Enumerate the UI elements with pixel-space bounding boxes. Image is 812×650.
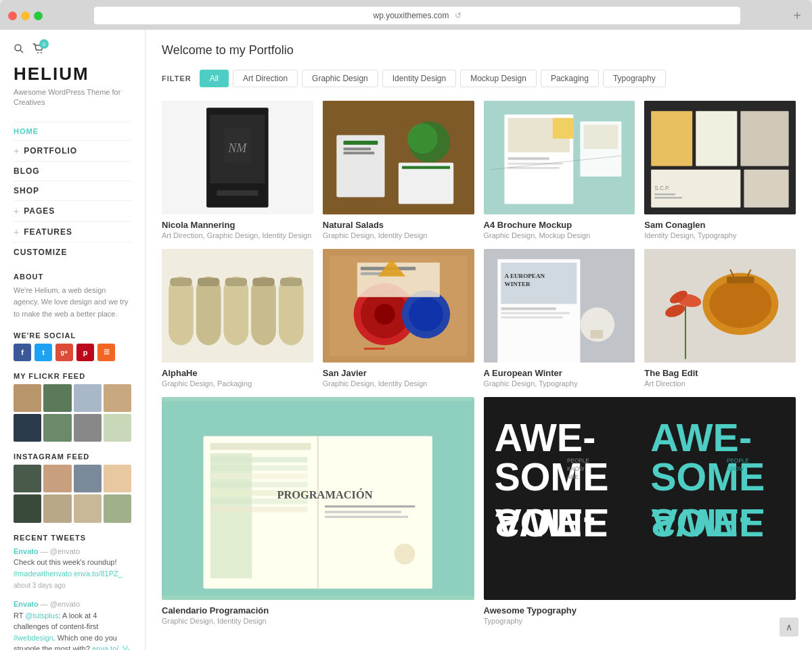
portfolio-thumb-9: PROGRAMACIÓN (162, 397, 474, 600)
svg-rect-18 (402, 166, 450, 169)
facebook-button[interactable]: f (14, 344, 31, 361)
refresh-icon[interactable]: ↺ (455, 11, 461, 20)
svg-rect-48 (280, 278, 302, 286)
twitter-button[interactable]: t (35, 344, 52, 361)
portfolio-item-9[interactable]: PROGRAMACIÓN Calendario Programación Gra… (162, 397, 474, 625)
sidebar-item-home[interactable]: HOME (14, 122, 131, 140)
svg-rect-45 (198, 278, 220, 286)
svg-rect-27 (583, 125, 618, 149)
portfolio-cats-1: Art Direction, Graphic Design, Identity … (162, 231, 313, 239)
portfolio-thumb-3 (484, 101, 635, 214)
filter-label: FILTER (162, 74, 191, 83)
svg-rect-37 (655, 197, 683, 198)
svg-rect-23 (508, 157, 549, 160)
portfolio-item-2[interactable]: Natural Salads Graphic Design, Identity … (323, 101, 474, 239)
browser-chrome: wp.youxithemes.com ↺ + (0, 0, 812, 30)
tweets-section-title: RECENT TWEETS (14, 534, 131, 542)
sidebar-item-blog[interactable]: BLOG (14, 161, 131, 181)
sidebar-item-customize[interactable]: CUSTOMIZE (14, 242, 131, 262)
svg-point-0 (15, 45, 21, 51)
instagram-thumb-3[interactable] (74, 465, 102, 492)
portfolio-title-6: San Javier (323, 368, 474, 378)
pinterest-button[interactable]: p (76, 344, 94, 361)
portfolio-item-5[interactable]: AlphaHe Graphic Design, Packaging (162, 249, 313, 388)
svg-rect-98 (325, 515, 408, 517)
instagram-thumb-4[interactable] (104, 465, 131, 492)
portfolio-cats-6: Graphic Design, Identity Design (323, 379, 474, 388)
filter-art-direction[interactable]: Art Direction (233, 70, 298, 87)
flickr-thumb-4[interactable] (104, 384, 131, 412)
svg-text:PROGRAMACIÓN: PROGRAMACIÓN (277, 488, 372, 501)
portfolio-item-6[interactable]: San Javier Graphic Design, Identity Desi… (323, 249, 474, 388)
portfolio-item-3[interactable]: A4 Brochure Mockup Graphic Design, Mocku… (484, 101, 635, 239)
instagram-thumb-5[interactable] (14, 494, 41, 522)
filter-all[interactable]: All (200, 70, 229, 87)
social-section-title: WE'RE SOCIAL (14, 331, 131, 340)
portfolio-title-8: The Bag Edit (644, 368, 796, 378)
instagram-thumb-7[interactable] (74, 494, 102, 522)
portfolio-title-1: Nicola Mannering (162, 220, 313, 230)
instagram-thumb-2[interactable] (43, 465, 71, 492)
filter-typography[interactable]: Typography (603, 70, 666, 87)
portfolio-cats-4: Identity Design, Typography (644, 231, 796, 239)
svg-rect-40 (196, 276, 221, 345)
svg-rect-32 (741, 111, 789, 166)
svg-rect-96 (325, 505, 415, 507)
sidebar-item-portfolio[interactable]: + PORTFOLIO (14, 140, 131, 161)
filter-graphic-design[interactable]: Graphic Design (302, 70, 378, 87)
portfolio-cats-8: Art Direction (644, 379, 796, 388)
flickr-thumb-3[interactable] (74, 384, 102, 412)
flickr-section-title: MY FLICKR FEED (14, 372, 131, 380)
svg-point-2 (37, 52, 39, 53)
googleplus-button[interactable]: g+ (55, 344, 73, 361)
cart-wrapper[interactable]: 0 (32, 43, 45, 57)
address-bar[interactable]: wp.youxithemes.com ↺ (94, 7, 740, 24)
scroll-top-button[interactable]: ∧ (780, 618, 798, 636)
new-tab-button[interactable]: + (781, 8, 801, 24)
filter-mockup-design[interactable]: Mockup Design (460, 70, 537, 87)
portfolio-cats-2: Graphic Design, Identity Design (323, 231, 474, 239)
portfolio-title-9: Calendario Programación (162, 605, 474, 616)
flickr-thumb-5[interactable] (14, 414, 41, 442)
svg-rect-13 (343, 147, 371, 150)
portfolio-thumb-1: NM (162, 101, 313, 214)
flickr-thumb-6[interactable] (43, 414, 71, 442)
svg-rect-94 (210, 507, 308, 512)
portfolio-item-10[interactable]: AWE- SOME SOME AWE- PEOPLE KNOW ARE AWE-… (484, 397, 796, 625)
sidebar-item-pages[interactable]: + PAGES (14, 200, 131, 221)
svg-rect-43 (279, 276, 304, 345)
filter-bar: FILTER All Art Direction Graphic Design … (162, 70, 796, 87)
instagram-thumb-6[interactable] (43, 494, 71, 522)
svg-rect-41 (224, 276, 249, 345)
flickr-thumb-2[interactable] (43, 384, 71, 412)
filter-packaging[interactable]: Packaging (541, 70, 599, 87)
portfolio-grid: NM Nicola Mannering Art Direction, Graph… (162, 101, 796, 625)
svg-text:AWE-: AWE- (494, 501, 595, 544)
flickr-thumb-7[interactable] (74, 414, 102, 442)
portfolio-cats-7: Graphic Design, Typography (484, 379, 635, 388)
flickr-thumb-1[interactable] (14, 384, 41, 412)
sidebar-top-icons: 0 (14, 43, 131, 57)
instagram-thumb-8[interactable] (104, 494, 131, 522)
portfolio-item-4[interactable]: S.C.P. Sam Conaglen Identity Design, Typ… (644, 101, 796, 239)
minimize-dot[interactable] (21, 11, 30, 20)
svg-rect-89 (210, 465, 308, 470)
portfolio-item-1[interactable]: NM Nicola Mannering Art Direction, Graph… (162, 101, 313, 239)
portfolio-item-7[interactable]: A EUROPEAN WINTER A European Winter Grap… (484, 249, 635, 388)
svg-rect-88 (210, 457, 308, 462)
rss-button[interactable]: ☰ (97, 344, 115, 361)
flickr-thumb-8[interactable] (104, 414, 131, 442)
svg-point-16 (407, 124, 438, 154)
close-dot[interactable] (8, 11, 17, 20)
search-icon[interactable] (14, 43, 24, 57)
svg-point-55 (409, 297, 443, 331)
maximize-dot[interactable] (34, 11, 43, 20)
instagram-thumb-1[interactable] (14, 465, 41, 492)
sidebar-item-features[interactable]: + FEATURES (14, 221, 131, 242)
sidebar-item-shop[interactable]: SHOP (14, 181, 131, 200)
portfolio-item-8[interactable]: The Bag Edit Art Direction (644, 249, 796, 388)
svg-text:KNOW: KNOW (726, 466, 744, 472)
sidebar-nav: HOME + PORTFOLIO BLOG SHOP + PAGES + FEA… (14, 122, 131, 262)
filter-identity-design[interactable]: Identity Design (382, 70, 456, 87)
svg-point-3 (41, 52, 42, 53)
